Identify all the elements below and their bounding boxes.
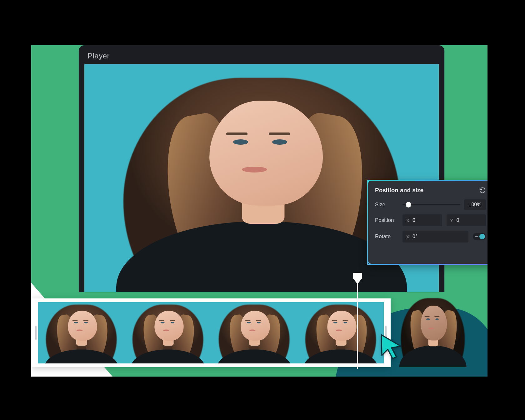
rotate-toggle[interactable] bbox=[473, 233, 486, 240]
size-slider[interactable] bbox=[402, 204, 460, 205]
position-label: Position bbox=[375, 217, 398, 223]
position-x-axis-label: X bbox=[406, 218, 409, 223]
size-value[interactable]: 100% bbox=[464, 199, 486, 210]
size-label: Size bbox=[375, 202, 398, 208]
position-y-axis-label: Y bbox=[450, 218, 453, 223]
timeline-frame[interactable] bbox=[211, 302, 298, 363]
reset-icon[interactable] bbox=[479, 187, 486, 194]
player-title: Player bbox=[88, 52, 110, 60]
position-x-input[interactable]: X 0 bbox=[402, 214, 442, 226]
cursor-pointer-icon bbox=[378, 332, 405, 359]
timeline-clip[interactable] bbox=[31, 298, 391, 367]
timeline-frame[interactable] bbox=[125, 302, 211, 363]
rotate-row: Rotate X 0° bbox=[375, 231, 486, 242]
size-slider-thumb[interactable] bbox=[406, 202, 411, 208]
position-y-value: 0 bbox=[457, 218, 459, 223]
rotate-x-axis-label: X bbox=[406, 234, 409, 239]
rotate-label: Rotate bbox=[375, 233, 398, 240]
timeline-frame[interactable] bbox=[298, 302, 384, 363]
panel-title: Position and size bbox=[375, 187, 423, 194]
playhead-line[interactable] bbox=[357, 282, 358, 369]
rotate-x-input[interactable]: X 0° bbox=[402, 231, 468, 242]
position-y-input[interactable]: Y 0 bbox=[447, 214, 486, 226]
position-row: Position X 0 Y 0 bbox=[375, 214, 486, 226]
app-stage: Player Position and size bbox=[31, 45, 488, 377]
clip-handle-left[interactable] bbox=[34, 312, 38, 353]
position-size-panel: Position and size Size 100% Position X bbox=[367, 180, 488, 265]
playhead-marker-icon[interactable] bbox=[352, 272, 362, 285]
timeline-frame-outside[interactable] bbox=[394, 295, 472, 367]
rotate-x-value: 0° bbox=[412, 234, 417, 239]
timeline-frame[interactable] bbox=[38, 302, 125, 363]
size-row: Size 100% bbox=[375, 199, 486, 210]
clip-thumbnails[interactable] bbox=[38, 302, 384, 363]
position-x-value: 0 bbox=[412, 218, 415, 223]
